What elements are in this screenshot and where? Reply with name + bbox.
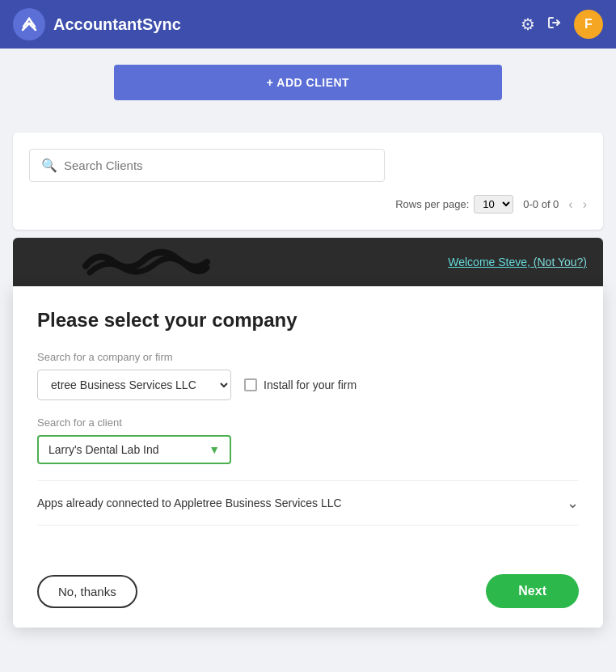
install-firm-checkbox[interactable] <box>244 378 257 391</box>
app-header: AccountantSync ⚙ F <box>0 0 616 49</box>
client-dropdown-text: Larry's Dental Lab Ind <box>49 443 202 456</box>
avatar[interactable]: F <box>574 10 603 39</box>
add-client-button[interactable]: + ADD CLIENT <box>114 65 502 100</box>
client-dropdown-arrow: ▼ <box>209 443 220 456</box>
search-icon: 🔍 <box>41 158 57 173</box>
install-firm-wrapper: Install for your firm <box>244 378 357 391</box>
next-button[interactable]: Next <box>486 574 579 608</box>
rows-per-page-label: Rows per page: <box>395 198 469 210</box>
prev-page-arrow[interactable]: ‹ <box>568 197 572 212</box>
page-range: 0-0 of 0 <box>523 198 559 210</box>
search-bar: 🔍 <box>29 149 385 182</box>
add-client-wrapper: + ADD CLIENT <box>13 65 603 116</box>
settings-icon[interactable]: ⚙ <box>521 15 535 34</box>
header-left: AccountantSync <box>13 8 181 40</box>
modal-footer: No, thanks Next <box>37 574 579 608</box>
pagination-row: Rows per page: 10 25 50 0-0 of 0 ‹ › <box>29 195 587 213</box>
modal-body: Please select your company Search for a … <box>13 286 603 628</box>
modal-wrapper: Welcome Steve, (Not You?) Please select … <box>13 238 603 628</box>
company-select[interactable]: etree Business Services LLC <box>37 370 231 400</box>
scribble-decoration <box>82 242 211 282</box>
welcome-text: Welcome Steve, (Not You?) <box>448 256 587 268</box>
rows-per-page-select[interactable]: 10 25 50 <box>474 195 513 213</box>
app-logo <box>13 8 45 40</box>
app-title: AccountantSync <box>53 15 181 34</box>
header-right: ⚙ F <box>521 10 603 39</box>
client-label: Search for a client <box>37 416 579 429</box>
main-content: + ADD CLIENT 🔍 Rows per page: 10 25 50 0… <box>0 49 616 644</box>
client-dropdown[interactable]: Larry's Dental Lab Ind ▼ <box>37 435 231 464</box>
modal-banner: Welcome Steve, (Not You?) <box>13 238 603 286</box>
not-you-link[interactable]: (Not You?) <box>534 256 587 268</box>
search-input[interactable] <box>64 158 373 172</box>
apps-connected-label: Apps already connected to Appletree Busi… <box>37 497 342 509</box>
install-firm-label: Install for your firm <box>264 378 357 391</box>
client-select-wrapper: Search for a client Larry's Dental Lab I… <box>37 416 579 464</box>
company-row: etree Business Services LLC Install for … <box>37 370 579 400</box>
next-page-arrow[interactable]: › <box>583 197 587 212</box>
company-label: Search for a company or firm <box>37 351 579 363</box>
search-section: 🔍 Rows per page: 10 25 50 0-0 of 0 ‹ › <box>13 133 603 230</box>
logout-icon[interactable] <box>546 15 563 35</box>
apps-connected-row[interactable]: Apps already connected to Appletree Busi… <box>37 480 579 526</box>
modal-title: Please select your company <box>37 309 579 332</box>
rows-per-page: Rows per page: 10 25 50 <box>395 195 513 213</box>
chevron-down-icon: ⌄ <box>567 494 579 512</box>
no-thanks-button[interactable]: No, thanks <box>37 575 137 608</box>
